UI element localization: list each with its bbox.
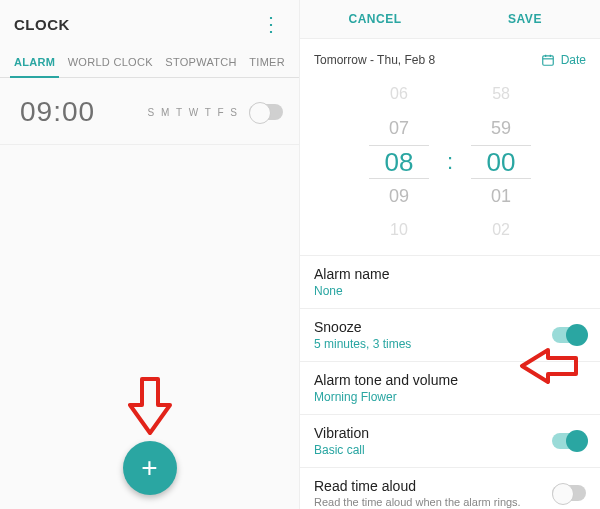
vibration-toggle[interactable] <box>552 433 586 449</box>
alarm-row[interactable]: 09:00 S M T W T F S <box>0 78 299 145</box>
date-button[interactable]: Date <box>541 53 586 67</box>
hour-column[interactable]: 06 07 08 09 10 <box>369 77 429 247</box>
alarm-name-title: Alarm name <box>314 266 389 282</box>
tabs: ALARM WORLD CLOCK STOPWATCH TIMER <box>0 42 299 78</box>
app-title: CLOCK <box>14 16 70 33</box>
read-aloud-title: Read time aloud <box>314 478 521 494</box>
annotation-arrow-down <box>128 377 172 437</box>
minute-column[interactable]: 58 59 00 01 02 <box>471 77 531 247</box>
vibration-value: Basic call <box>314 443 369 457</box>
setting-snooze[interactable]: Snooze 5 minutes, 3 times <box>300 308 600 361</box>
date-button-label: Date <box>561 53 586 67</box>
selected-minute: 00 <box>471 145 531 179</box>
tab-world-clock[interactable]: WORLD CLOCK <box>64 48 157 77</box>
clock-app-panel: CLOCK ⋮ ALARM WORLD CLOCK STOPWATCH TIME… <box>0 0 300 509</box>
snooze-toggle[interactable] <box>552 327 586 343</box>
snooze-value: 5 minutes, 3 times <box>314 337 411 351</box>
read-aloud-toggle[interactable] <box>552 485 586 501</box>
tone-title: Alarm tone and volume <box>314 372 458 388</box>
cancel-button[interactable]: CANCEL <box>300 0 450 38</box>
plus-icon: + <box>141 454 157 482</box>
tab-alarm[interactable]: ALARM <box>10 48 59 78</box>
calendar-icon <box>541 53 555 67</box>
tone-value: Morning Flower <box>314 390 458 404</box>
save-button[interactable]: SAVE <box>450 0 600 38</box>
add-alarm-fab[interactable]: + <box>123 441 177 495</box>
read-aloud-desc: Read the time aloud when the alarm rings… <box>314 496 521 508</box>
alarm-name-value: None <box>314 284 389 298</box>
date-text: Tomorrow - Thu, Feb 8 <box>314 53 435 67</box>
tab-stopwatch[interactable]: STOPWATCH <box>161 48 241 77</box>
alarm-toggle[interactable] <box>249 104 283 120</box>
alarm-days: S M T W T F S <box>148 107 239 118</box>
alarm-time: 09:00 <box>20 96 95 128</box>
setting-tone[interactable]: Alarm tone and volume Morning Flower <box>300 361 600 414</box>
svg-rect-0 <box>542 56 553 65</box>
vibration-title: Vibration <box>314 425 369 441</box>
setting-alarm-name[interactable]: Alarm name None <box>300 255 600 308</box>
setting-vibration[interactable]: Vibration Basic call <box>300 414 600 467</box>
time-colon: : <box>447 149 453 175</box>
selected-hour: 08 <box>369 145 429 179</box>
time-picker[interactable]: 06 07 08 09 10 : 58 59 00 01 02 <box>300 77 600 255</box>
setting-read-aloud[interactable]: Read time aloud Read the time aloud when… <box>300 467 600 509</box>
more-icon[interactable]: ⋮ <box>257 10 285 38</box>
snooze-title: Snooze <box>314 319 411 335</box>
tab-timer[interactable]: TIMER <box>245 48 289 77</box>
alarm-edit-panel: CANCEL SAVE Tomorrow - Thu, Feb 8 Date 0… <box>300 0 600 509</box>
